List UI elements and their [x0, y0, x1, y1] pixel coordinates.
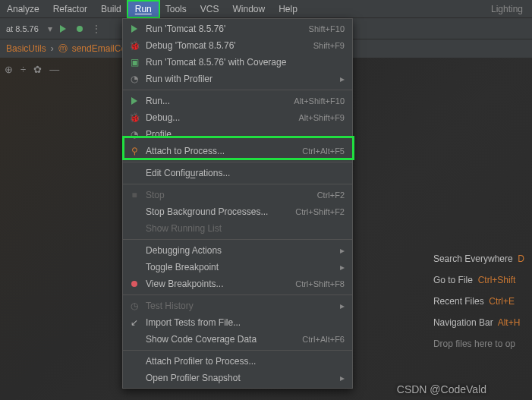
tip-search: Search Everywhere: [433, 254, 513, 264]
run-icon[interactable]: [57, 23, 69, 35]
chevron-right-icon: ▸: [340, 74, 345, 84]
watermark: CSDN @CodeVald: [397, 383, 486, 395]
tips-panel: Search Everywhere D Go to File Ctrl+Shif…: [433, 254, 524, 360]
separator: [123, 184, 352, 184]
gear-icon[interactable]: ✿: [33, 64, 42, 75]
coverage-icon: ▣: [127, 57, 141, 68]
separator: [123, 162, 352, 162]
run-config-label[interactable]: at 8.5.76: [6, 24, 39, 33]
menu-test-history: ◷Test History▸: [123, 298, 352, 314]
clock-icon: ◷: [127, 301, 141, 311]
gauge-icon: ◔: [127, 74, 141, 84]
menu-attach-process[interactable]: ⚲Attach to Process...Ctrl+Alt+F5: [123, 143, 352, 159]
chevron-right-icon: ▸: [340, 301, 345, 311]
bug-icon: 🐞: [127, 40, 141, 51]
separator: [123, 239, 352, 240]
menu-edit-configurations[interactable]: Edit Configurations...: [123, 165, 352, 181]
dropdown-arrow-icon[interactable]: ▾: [48, 24, 52, 34]
menu-open-snapshot[interactable]: Open Profiler Snapshot▸: [123, 370, 352, 386]
tip-drop: Drop files here to op: [433, 339, 515, 349]
breadcrumb-class[interactable]: BasicUtils: [6, 43, 46, 54]
attach-icon: ⚲: [127, 146, 141, 156]
menu-run-config[interactable]: Run 'Tomcat 8.5.76'Shift+F10: [123, 20, 352, 37]
chevron-right-icon: ▸: [340, 245, 345, 256]
svg-marker-0: [60, 25, 66, 33]
menu-run-ellipsis[interactable]: Run...Alt+Shift+F10: [123, 93, 352, 109]
menu-toggle-breakpoint[interactable]: Toggle Breakpoint▸: [123, 259, 352, 276]
chevron-right-icon: ▸: [340, 373, 345, 383]
menu-tools[interactable]: Tools: [159, 2, 194, 17]
debug-icon[interactable]: [74, 23, 86, 35]
divide-icon[interactable]: ÷: [20, 64, 26, 75]
chevron-right-icon: ›: [51, 43, 54, 54]
menu-debug-config[interactable]: 🐞Debug 'Tomcat 8.5.76'Shift+F9: [123, 37, 352, 54]
menu-stop: ■StopCtrl+F2: [123, 187, 352, 203]
tip-shortcut: Alt+H: [498, 317, 521, 328]
svg-marker-2: [131, 25, 137, 33]
svg-marker-3: [131, 97, 137, 105]
tool-icons: ⊕ ÷ ✿ —: [5, 64, 59, 75]
menu-coverage-data[interactable]: Show Code Coverage DataCtrl+Alt+F6: [123, 331, 352, 348]
menu-profile-ellipsis[interactable]: ◔Profile...: [123, 126, 352, 143]
tip-shortcut: Ctrl+Shift: [478, 275, 516, 285]
menu-debug-ellipsis[interactable]: 🐞Debug...Alt+Shift+F9: [123, 109, 352, 126]
target-icon[interactable]: ⊕: [5, 64, 13, 75]
menu-import-tests[interactable]: ↙Import Tests from File...: [123, 314, 352, 331]
separator: [123, 350, 352, 351]
tip-shortcut: D: [518, 254, 524, 264]
separator: [123, 90, 352, 90]
tip-shortcut: Ctrl+E: [489, 296, 515, 307]
app-name: Lighting: [482, 2, 532, 17]
method-icon: ⓜ: [58, 43, 68, 55]
tip-navbar: Navigation Bar: [433, 317, 493, 328]
svg-point-4: [131, 281, 137, 287]
menu-analyze[interactable]: Analyze: [0, 2, 46, 17]
play-icon: [127, 97, 141, 105]
play-icon: [127, 25, 141, 33]
breadcrumb-method[interactable]: sendEmailCo: [72, 43, 126, 54]
import-icon: ↙: [127, 317, 141, 328]
stop-icon: ■: [127, 190, 141, 200]
menu-refactor[interactable]: Refactor: [46, 2, 94, 17]
menubar: Analyze Refactor Build Run Tools VCS Win…: [0, 0, 532, 18]
menu-debugging-actions[interactable]: Debugging Actions▸: [123, 242, 352, 259]
more-icon[interactable]: ⋮: [90, 23, 102, 35]
menu-view-breakpoints[interactable]: View Breakpoints...Ctrl+Shift+F8: [123, 276, 352, 292]
menu-run-profiler[interactable]: ◔Run with Profiler▸: [123, 71, 352, 87]
svg-point-1: [77, 26, 83, 32]
gauge-icon: ◔: [127, 129, 141, 140]
menu-attach-profiler[interactable]: Attach Profiler to Process...: [123, 353, 352, 370]
breakpoint-icon: [127, 280, 141, 288]
bug-icon: 🐞: [127, 112, 141, 123]
chevron-right-icon: ▸: [340, 262, 345, 272]
tip-goto: Go to File: [433, 275, 473, 285]
menu-stop-bg[interactable]: Stop Background Processes...Ctrl+Shift+F…: [123, 203, 352, 220]
run-menu-dropdown: Run 'Tomcat 8.5.76'Shift+F10 🐞Debug 'Tom…: [122, 18, 353, 389]
menu-vcs[interactable]: VCS: [194, 2, 226, 17]
dash-icon[interactable]: —: [49, 64, 59, 75]
tip-recent: Recent Files: [433, 296, 484, 307]
menu-run-coverage[interactable]: ▣Run 'Tomcat 8.5.76' with Coverage: [123, 54, 352, 71]
menu-window[interactable]: Window: [225, 2, 272, 17]
menu-build[interactable]: Build: [94, 2, 128, 17]
menu-help[interactable]: Help: [272, 2, 304, 17]
menu-show-running: Show Running List: [123, 220, 352, 237]
menu-run[interactable]: Run: [128, 2, 159, 17]
separator: [123, 294, 352, 295]
